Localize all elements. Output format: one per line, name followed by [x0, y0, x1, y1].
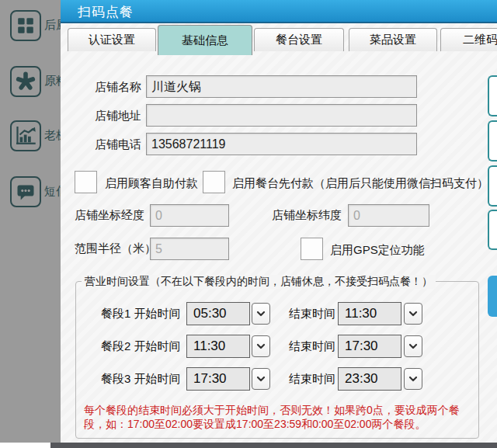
period1-start-dropdown-button[interactable]	[252, 303, 270, 325]
grid-icon[interactable]	[10, 10, 41, 41]
period3-end-select[interactable]: 23:30	[338, 367, 401, 391]
period1-end-select[interactable]: 11:30	[338, 302, 401, 325]
gps-label: 启用GPS定位功能	[330, 243, 425, 258]
main-window: 扫码点餐 认证设置 基础信息 餐台设置 菜品设置 二维码 店铺名称 川道火锅 店…	[61, 0, 497, 443]
period3-label: 餐段3 开始时间	[101, 372, 181, 387]
period3-start-dropdown-button[interactable]	[252, 368, 270, 390]
edge-button-blue[interactable]	[488, 276, 497, 317]
period2-end-label: 结束时间	[289, 339, 335, 354]
tab-label: 二维码	[463, 33, 497, 47]
shop-name-input[interactable]: 川道火锅	[146, 75, 417, 98]
tab-table-settings[interactable]: 餐台设置	[254, 28, 344, 51]
edge-button-2[interactable]	[488, 120, 497, 161]
chevron-down-icon	[408, 376, 418, 382]
app-window: 后厨 原料	[0, 0, 497, 448]
content-area: 认证设置 基础信息 餐台设置 菜品设置 二维码 店铺名称 川道火锅 店铺地址 店…	[61, 23, 497, 443]
period1-label: 餐段1 开始时间	[101, 307, 181, 321]
longitude-input[interactable]: 0	[150, 204, 229, 227]
period3-start-select[interactable]: 17:30	[186, 367, 250, 391]
period1-end-label: 结束时间	[289, 307, 335, 321]
period2-start-select[interactable]: 11:30	[186, 335, 250, 358]
chevron-down-icon	[408, 343, 418, 349]
table-prepay-checkbox[interactable]	[203, 171, 225, 193]
period1-end-dropdown-button[interactable]	[404, 303, 422, 325]
edge-button-1[interactable]	[488, 75, 497, 116]
chevron-down-icon	[256, 343, 266, 349]
period2-start-dropdown-button[interactable]	[252, 335, 270, 357]
tab-label: 认证设置	[89, 33, 135, 47]
latitude-input[interactable]: 0	[348, 204, 429, 227]
self-pay-label: 启用顾客自助付款	[105, 176, 198, 191]
shop-address-label: 店铺地址	[95, 109, 141, 123]
tab-dish-settings[interactable]: 菜品设置	[349, 28, 437, 51]
window-bottom-edge	[50, 443, 497, 448]
edge-button-3[interactable]	[488, 165, 497, 207]
period3-end-dropdown-button[interactable]	[404, 368, 422, 390]
chevron-down-icon	[256, 311, 266, 317]
period3-end-label: 结束时间	[289, 372, 335, 387]
sidebar: 后厨 原料	[0, 0, 61, 443]
period2-end-dropdown-button[interactable]	[404, 335, 422, 357]
longitude-label: 店铺坐标经度	[75, 208, 144, 223]
latitude-label: 店铺坐标纬度	[272, 208, 342, 223]
tab-auth-settings[interactable]: 认证设置	[68, 28, 156, 51]
radius-input[interactable]: 5	[150, 238, 229, 260]
title-bar: 扫码点餐	[61, 0, 497, 23]
period2-end-select[interactable]: 17:30	[338, 335, 401, 358]
period1-start-select[interactable]: 05:30	[186, 302, 250, 325]
tab-basic-info[interactable]: 基础信息	[158, 25, 252, 55]
self-pay-checkbox[interactable]	[75, 171, 97, 193]
period2-label: 餐段2 开始时间	[101, 339, 181, 354]
shop-address-input[interactable]	[146, 104, 417, 127]
tab-label: 基础信息	[182, 33, 228, 48]
chevron-down-icon	[408, 311, 418, 317]
shop-name-label: 店铺名称	[95, 80, 141, 95]
edge-button-4[interactable]	[488, 210, 497, 250]
shop-phone-label: 店铺电话	[95, 137, 141, 152]
message-icon[interactable]	[10, 176, 41, 207]
chevron-down-icon	[256, 376, 266, 382]
tab-label: 餐台设置	[276, 33, 322, 47]
business-hours-legend: 营业时间设置（不在以下餐段内的时间，店铺休息，不接受扫码点餐！）	[82, 275, 436, 289]
tab-label: 菜品设置	[370, 33, 416, 47]
chart-icon[interactable]	[10, 120, 41, 151]
radius-label: 范围半径（米）	[75, 241, 156, 256]
asterisk-icon[interactable]	[10, 66, 41, 97]
table-prepay-label: 启用餐台先付款（启用后只能使用微信扫码支付）	[232, 176, 488, 191]
period-warning-text: 每个餐段的结束时间必须大于开始时间，否则无效！如果跨0点，要设成两个餐段，如：1…	[84, 403, 471, 431]
shop-phone-input[interactable]: 13568721119	[146, 133, 417, 155]
tab-qrcode[interactable]: 二维码	[440, 28, 497, 51]
page-title: 扫码点餐	[78, 3, 134, 21]
gps-checkbox[interactable]	[301, 238, 323, 260]
